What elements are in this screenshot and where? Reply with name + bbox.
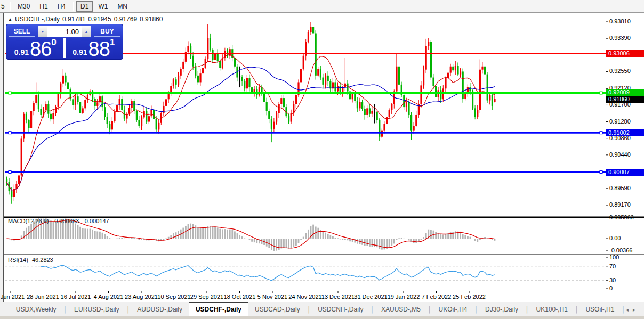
status-strip: [0, 316, 644, 319]
price-axis-tick-label: 0.90440: [609, 151, 631, 158]
macd-name: MACD(12,26,9): [8, 218, 49, 224]
tab-usdx-weekly[interactable]: USDX,Weekly: [10, 304, 63, 315]
tab-usdcad-daily[interactable]: USDCAD-,Daily: [248, 304, 307, 315]
period-button-M30[interactable]: M30: [13, 1, 34, 12]
price-axis-tick-label: 0.93390: [609, 35, 631, 41]
tab-separator: │: [427, 306, 432, 313]
tab-separator: │: [307, 306, 312, 313]
rsi-axis-label: 0: [609, 285, 613, 291]
buy-price-small: 0.91: [73, 48, 87, 56]
buy-underline: [94, 36, 120, 37]
price-tag-0.91002: 0.91002: [606, 129, 644, 136]
volume-field[interactable]: 1.00: [47, 26, 82, 37]
tab-dj30-daily[interactable]: DJ30-,Daily: [479, 304, 525, 315]
chart-tab-bar: USDX,Weekly│EURUSD-,Daily│AUDUSD-,DailyU…: [0, 302, 644, 316]
date-axis-label: 25 Feb 2022: [448, 293, 490, 300]
timeframe-toolbar: 5M30H1H4D1W1MN: [0, 0, 644, 13]
tab-usoil-h1[interactable]: USOil-,H1: [579, 304, 621, 315]
tab-xauusd-m5[interactable]: XAUUSD-,M5: [375, 304, 427, 315]
tab-scroll-left-icon[interactable]: ◂: [626, 307, 633, 313]
tab-usdcnh-daily[interactable]: USDCNH-,Daily: [311, 304, 369, 315]
buy-button-label: BUY: [100, 28, 114, 35]
hline-handle[interactable]: [9, 170, 11, 173]
sell-price-sup: 0: [51, 37, 56, 48]
period-button-W1[interactable]: W1: [94, 1, 112, 12]
tab-eurusd-daily[interactable]: EURUSD-,Daily: [68, 304, 126, 315]
tab-separator: │: [126, 306, 131, 313]
price-axis-tick-label: 0.89170: [609, 201, 631, 208]
tab-usdchf-daily[interactable]: USDCHF-,Daily: [189, 302, 248, 316]
tab-audusd-daily[interactable]: AUDUSD-,Daily: [131, 304, 189, 315]
buy-price-sup: 1: [110, 37, 115, 48]
chart-window[interactable]: ▲ USDCHF-,Daily 0.91781 0.91945 0.91769 …: [3, 13, 644, 316]
tab-uk100-h1[interactable]: UK100-,H1: [530, 304, 574, 315]
ohlc-close: 0.91860: [140, 15, 163, 23]
price-axis-tick-label: 0.91280: [609, 118, 631, 125]
rsi-pane: [5, 265, 606, 281]
macd-label: MACD(12,26,9) -0.000683 -0.000147: [8, 218, 111, 224]
ohlc-low: 0.91769: [114, 15, 137, 23]
price-tag-0.93006: 0.93006: [606, 50, 644, 57]
current-price-tag: 0.91860: [606, 96, 644, 103]
one-click-trading-panel: SELL ▼ 1.00 ▲ BUY 0.91 86 0 0.91 88: [6, 24, 123, 60]
price-axis-tick-label: 0.89590: [609, 185, 631, 191]
hline-handle[interactable]: [600, 170, 602, 173]
rsi-name: RSI(14): [8, 257, 28, 263]
macd-value-main: -0.000683: [52, 218, 79, 224]
buy-button[interactable]: BUY: [93, 26, 122, 37]
macd-axis-label: -0.00366: [609, 247, 632, 253]
volume-decrease-button[interactable]: ▼: [38, 26, 47, 37]
sell-button-label: SELL: [14, 28, 30, 35]
toolbar-separator: [10, 2, 11, 11]
sell-price-small: 0.91: [14, 48, 29, 56]
tab-ukoil-h4[interactable]: UKOil-,H4: [432, 304, 474, 315]
hline-handle[interactable]: [9, 132, 11, 134]
rsi-axis-label: 30: [609, 277, 616, 283]
buy-price-display[interactable]: 0.91 88 1: [66, 38, 122, 58]
price-tag-0.92009: 0.92009: [606, 89, 644, 96]
macd-axis-label: 0.00: [609, 235, 621, 241]
price-axis-tick-label: 0.93810: [609, 18, 631, 24]
ohlc-open: 0.91781: [62, 15, 85, 23]
ohlc-high: 0.91945: [88, 15, 111, 23]
tab-separator: │: [621, 306, 626, 313]
sell-price-big: 86: [30, 40, 51, 58]
period-button-MN[interactable]: MN: [113, 1, 132, 12]
sell-button[interactable]: SELL: [7, 26, 36, 37]
tab-separator: │: [63, 306, 68, 313]
macd-axis-label: 0.005963: [609, 214, 634, 220]
sell-price-display[interactable]: 0.91 86 0: [7, 38, 63, 58]
hline-handle[interactable]: [600, 92, 602, 94]
rsi-value: 46.2823: [32, 257, 53, 263]
sell-underline: [9, 36, 35, 37]
price-axis-tick-label: 0.92550: [609, 68, 631, 74]
period-button-D1[interactable]: D1: [76, 1, 93, 12]
period-button-5[interactable]: 5: [1, 1, 7, 12]
rsi-axis-label: 100: [609, 254, 619, 260]
buy-price-big: 88: [88, 40, 110, 58]
tab-separator: │: [370, 306, 375, 313]
price-tag-0.90007: 0.90007: [606, 169, 644, 176]
collapse-triangle-icon[interactable]: ▲: [8, 17, 12, 22]
hline-handle[interactable]: [600, 132, 602, 134]
rsi-axis-label: 70: [609, 263, 616, 269]
toolbar-separator: [73, 2, 74, 11]
period-button-H4[interactable]: H4: [53, 1, 70, 12]
chart-symbol-label: USDCHF-,Daily: [15, 15, 60, 23]
period-button-H1[interactable]: H1: [35, 1, 52, 12]
volume-spinner: ▼ 1.00 ▲: [38, 26, 91, 37]
tab-scroll-arrows[interactable]: ◂▸: [626, 307, 640, 313]
tab-separator: │: [474, 306, 479, 313]
volume-increase-button[interactable]: ▲: [82, 26, 91, 37]
tab-separator: │: [574, 306, 579, 313]
tab-scroll-right-icon[interactable]: ▸: [633, 307, 640, 313]
hline-handle[interactable]: [9, 92, 11, 94]
rsi-label: RSI(14) 46.2823: [8, 257, 55, 263]
tab-separator: │: [525, 306, 530, 313]
chart-title: ▲ USDCHF-,Daily 0.91781 0.91945 0.91769 …: [8, 15, 165, 23]
macd-value-signal: -0.000147: [83, 218, 109, 224]
